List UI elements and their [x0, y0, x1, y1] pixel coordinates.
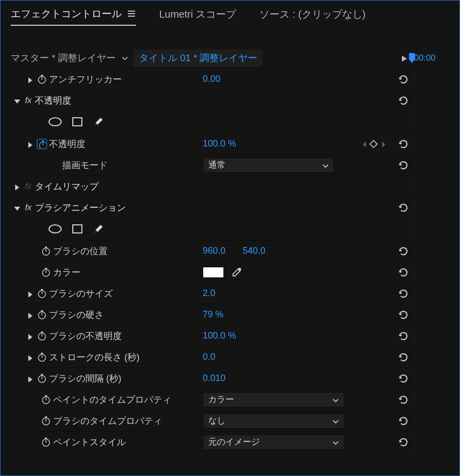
prop-value-x[interactable]: 960.0 [203, 246, 225, 256]
fx-badge-icon[interactable]: fx [22, 181, 35, 192]
prop-antiflicker[interactable]: アンチフリッカー 0.00 [1, 68, 414, 89]
prop-value[interactable]: 0.010 [203, 373, 225, 384]
twirl-icon[interactable] [24, 332, 35, 340]
reset-icon[interactable] [398, 267, 408, 277]
sequence-clip-label[interactable]: タイトル 01 * 調整レイヤー [134, 50, 262, 67]
reset-icon[interactable] [398, 139, 408, 149]
dropdown-value: なし [208, 415, 225, 426]
reset-icon[interactable] [398, 373, 408, 384]
twirl-icon[interactable] [11, 97, 22, 104]
timeline-column[interactable] [414, 68, 459, 452]
twirl-icon[interactable] [24, 140, 35, 148]
stopwatch-icon[interactable] [39, 267, 53, 277]
prop-brush-color[interactable]: カラー [1, 261, 414, 282]
prop-brush-spacing[interactable]: ブラシの間隔 (秒) 0.010 [1, 367, 414, 389]
twirl-icon[interactable] [24, 290, 35, 297]
next-keyframe-icon[interactable] [380, 140, 387, 148]
effect-timeremap-header[interactable]: fx タイムリマップ [1, 175, 414, 197]
stopwatch-icon[interactable] [35, 331, 49, 341]
stopwatch-icon[interactable] [35, 289, 49, 299]
reset-icon[interactable] [398, 310, 408, 320]
stopwatch-icon[interactable] [39, 246, 53, 256]
prop-value[interactable]: 100.0 % [203, 330, 236, 341]
chevron-down-icon[interactable] [121, 54, 129, 62]
reset-icon[interactable] [398, 203, 408, 213]
twirl-icon[interactable] [11, 204, 22, 211]
dropdown-value: 通常 [208, 159, 225, 171]
mask-pen-icon[interactable] [93, 116, 105, 128]
prop-value[interactable]: 0.00 [203, 74, 220, 84]
twirl-icon[interactable] [24, 354, 35, 361]
reset-icon[interactable] [398, 416, 408, 426]
add-keyframe-icon[interactable] [370, 139, 378, 148]
mask-rect-icon[interactable] [71, 223, 83, 234]
twirl-icon[interactable] [24, 76, 35, 83]
paint-time-dropdown[interactable]: カラー [203, 392, 344, 407]
prop-brush-hardness[interactable]: ブラシの硬さ 79 % [1, 304, 414, 325]
prop-label: ブラシのサイズ [49, 288, 113, 300]
keyframe-nav[interactable] [360, 140, 387, 148]
reset-icon[interactable] [398, 352, 408, 362]
mask-ellipse-icon[interactable] [48, 224, 62, 234]
color-swatch[interactable] [203, 267, 224, 278]
fx-badge-icon[interactable]: fx [22, 203, 35, 213]
mask-rect-icon[interactable] [71, 116, 83, 127]
reset-icon[interactable] [398, 289, 408, 299]
timecode-header[interactable]: 00:00 [414, 53, 459, 63]
prop-value[interactable]: 100.0 % [203, 138, 236, 149]
stopwatch-icon[interactable] [35, 352, 49, 362]
prop-value-y[interactable]: 540.0 [243, 246, 265, 256]
effect-opacity-header[interactable]: fx 不透明度 [1, 89, 414, 111]
reset-icon[interactable] [398, 437, 408, 447]
prop-value[interactable]: 0.0 [203, 352, 215, 362]
chevron-down-icon [332, 439, 339, 446]
panel-tabs: エフェクトコントロール Lumetri スコープ ソース : (クリップなし) [1, 1, 459, 28]
prop-label: ブラシの位置 [53, 245, 108, 257]
prev-keyframe-icon[interactable] [360, 140, 367, 148]
reset-icon[interactable] [398, 74, 408, 84]
tab-effect-controls[interactable]: エフェクトコントロール [11, 3, 136, 26]
prop-label: ブラシのタイムプロパティ [53, 415, 162, 427]
timeline-play-icon[interactable] [262, 54, 414, 62]
twirl-icon[interactable] [24, 311, 35, 318]
prop-stroke-length[interactable]: ストロークの長さ (秒) 0.0 [1, 346, 414, 367]
stopwatch-icon[interactable] [35, 310, 49, 320]
blend-mode-dropdown[interactable]: 通常 [203, 158, 334, 173]
reset-icon[interactable] [398, 96, 408, 106]
tab-lumetri-scopes[interactable]: Lumetri スコープ [159, 4, 236, 25]
prop-value[interactable]: 79 % [203, 309, 223, 320]
reset-icon[interactable] [398, 160, 408, 170]
paint-style-dropdown[interactable]: 元のイメージ [203, 435, 344, 450]
stopwatch-icon[interactable] [39, 416, 53, 426]
stopwatch-icon[interactable] [39, 437, 53, 447]
mask-pen-icon[interactable] [93, 223, 105, 235]
prop-opacity[interactable]: 不透明度 100.0 % [1, 133, 414, 154]
twirl-icon[interactable] [24, 375, 35, 382]
effect-brush-header[interactable]: fx ブラシアニメーション [1, 197, 414, 218]
stopwatch-icon[interactable] [35, 373, 49, 384]
fx-badge-icon[interactable]: fx [22, 96, 35, 106]
mask-ellipse-icon[interactable] [48, 117, 62, 127]
eyedropper-icon[interactable] [231, 267, 242, 278]
reset-icon[interactable] [398, 331, 408, 341]
reset-icon[interactable] [398, 246, 408, 256]
panel-menu-icon[interactable] [127, 9, 136, 18]
prop-label: ペイントスタイル [53, 436, 126, 448]
prop-brush-opacity[interactable]: ブラシの不透明度 100.0 % [1, 325, 414, 346]
prop-paint-time[interactable]: ペイントのタイムプロパティ カラー [1, 389, 414, 410]
brush-time-dropdown[interactable]: なし [203, 413, 344, 429]
prop-paint-style[interactable]: ペイントスタイル 元のイメージ [1, 431, 414, 452]
prop-brush-position[interactable]: ブラシの位置 960.0 540.0 [1, 240, 414, 261]
stopwatch-active-icon[interactable] [35, 139, 49, 149]
stopwatch-icon[interactable] [39, 395, 53, 405]
prop-blend-mode[interactable]: 描画モード 通常 [1, 154, 414, 175]
reset-icon[interactable] [398, 395, 408, 405]
stopwatch-icon[interactable] [35, 74, 49, 84]
prop-brush-time[interactable]: ブラシのタイムプロパティ なし [1, 410, 414, 431]
properties-list: アンチフリッカー 0.00 fx 不透明度 不透明度 100.0 % 描画モード [1, 68, 414, 452]
prop-value[interactable]: 2.0 [203, 288, 215, 299]
tab-source[interactable]: ソース : (クリップなし) [259, 4, 365, 25]
master-clip-label[interactable]: マスター * 調整レイヤー [11, 52, 116, 65]
twirl-icon[interactable] [11, 183, 22, 190]
prop-brush-size[interactable]: ブラシのサイズ 2.0 [1, 282, 414, 304]
